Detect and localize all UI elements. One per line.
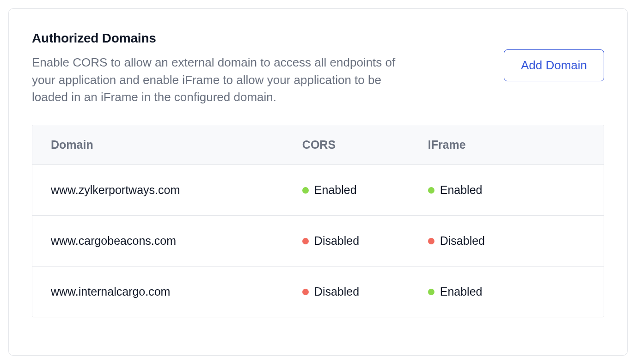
cell-domain: www.internalcargo.com (32, 267, 284, 317)
add-domain-button[interactable]: Add Domain (504, 49, 604, 81)
cell-domain: www.cargobeacons.com (32, 216, 284, 266)
status-badge: Disabled (428, 234, 485, 248)
section-description: Enable CORS to allow an external domain … (32, 54, 411, 106)
cell-iframe: Disabled (410, 216, 604, 266)
status-badge: Disabled (302, 234, 359, 248)
cell-cors: Disabled (284, 267, 410, 317)
status-dot-icon (302, 238, 309, 244)
status-label: Disabled (314, 285, 359, 298)
section-title: Authorized Domains (32, 31, 411, 46)
cell-iframe: Enabled (410, 165, 604, 215)
authorized-domains-card: Authorized Domains Enable CORS to allow … (8, 8, 628, 356)
status-badge: Enabled (302, 183, 357, 197)
cell-domain: www.zylkerportways.com (32, 165, 284, 215)
table-row[interactable]: www.cargobeacons.comDisabledDisabled (32, 216, 604, 267)
cell-cors: Enabled (284, 165, 410, 215)
column-header-iframe: IFrame (410, 125, 604, 164)
status-label: Enabled (314, 183, 357, 197)
status-label: Enabled (440, 183, 483, 197)
status-dot-icon (302, 289, 309, 295)
status-badge: Disabled (302, 285, 359, 298)
status-dot-icon (428, 187, 434, 194)
status-dot-icon (302, 187, 309, 194)
column-header-cors: CORS (284, 125, 410, 164)
cell-iframe: Enabled (410, 267, 604, 317)
column-header-domain: Domain (32, 125, 284, 164)
status-label: Disabled (314, 234, 359, 248)
table-header: Domain CORS IFrame (32, 125, 604, 165)
header-text: Authorized Domains Enable CORS to allow … (32, 31, 411, 106)
table-row[interactable]: www.zylkerportways.comEnabledEnabled (32, 165, 604, 216)
cell-cors: Disabled (284, 216, 410, 266)
status-label: Enabled (440, 285, 483, 298)
status-dot-icon (428, 289, 434, 295)
status-badge: Enabled (428, 285, 483, 298)
table-row[interactable]: www.internalcargo.comDisabledEnabled (32, 267, 604, 317)
status-badge: Enabled (428, 183, 483, 197)
header-row: Authorized Domains Enable CORS to allow … (32, 31, 604, 106)
status-label: Disabled (440, 234, 485, 248)
table-body: www.zylkerportways.comEnabledEnabledwww.… (32, 165, 604, 317)
domains-table: Domain CORS IFrame www.zylkerportways.co… (32, 125, 604, 317)
status-dot-icon (428, 238, 434, 244)
